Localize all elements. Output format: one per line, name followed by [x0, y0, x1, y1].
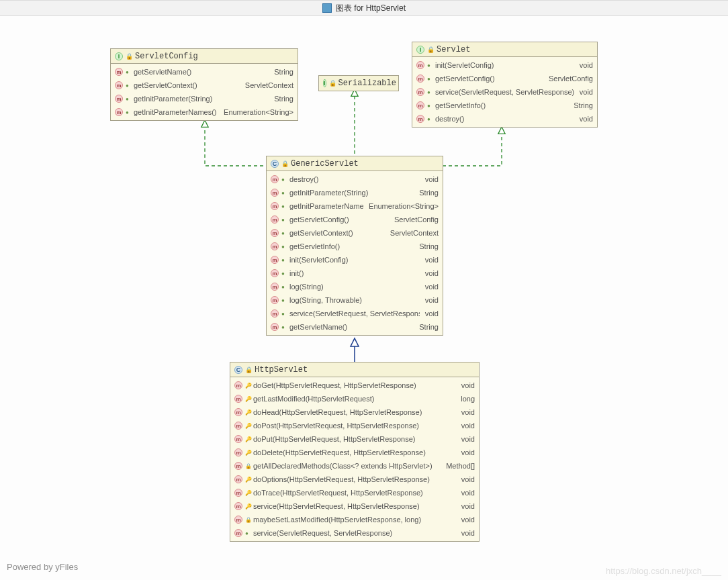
method-row[interactable]: m●getServletConfig()ServletConfig — [267, 213, 443, 226]
method-signature: getServletName() — [134, 68, 269, 76]
method-row[interactable]: m🔑doPost(HttpServletRequest, HttpServlet… — [230, 419, 479, 432]
return-type: void — [459, 435, 475, 443]
method-row[interactable]: m●log(String)void — [267, 280, 443, 293]
key-icon: 🔑 — [245, 477, 251, 483]
method-row[interactable]: m●service(ServletRequest, ServletRespons… — [230, 526, 479, 540]
unlock-icon: ● — [281, 284, 287, 290]
key-icon: 🔑 — [245, 503, 251, 510]
unlock-icon: ● — [281, 203, 287, 209]
method-icon: m — [271, 283, 279, 291]
unlock-icon: ● — [427, 62, 433, 68]
method-icon: m — [115, 108, 123, 116]
lock-icon: 🔒 — [427, 46, 434, 53]
diagram-icon — [322, 3, 332, 13]
class-name: Servlet — [437, 45, 470, 54]
interface-icon: I — [115, 52, 123, 60]
method-row[interactable]: m●getServletInfo()String — [412, 99, 597, 112]
return-type: String — [271, 95, 293, 103]
unlock-icon: ● — [126, 109, 131, 115]
method-row[interactable]: m🔑doDelete(HttpServletRequest, HttpServl… — [230, 446, 479, 459]
method-row[interactable]: m🔑getLastModified(HttpServletRequest)lon… — [230, 392, 479, 405]
method-signature: doGet(HttpServletRequest, HttpServletRes… — [253, 381, 456, 389]
method-row[interactable]: m●getInitParameterNames()Enumeration<Str… — [111, 105, 298, 119]
method-row[interactable]: m●getServletContext()ServletContext — [111, 79, 298, 92]
method-row[interactable]: m●log(String, Throwable)void — [267, 293, 443, 307]
lock-icon: 🔒 — [281, 160, 288, 167]
box-header: C 🔒 GenericServlet — [267, 156, 443, 171]
method-row[interactable]: m●destroy()void — [267, 173, 443, 186]
lock-icon: 🔒 — [245, 367, 252, 373]
return-type: void — [422, 283, 439, 291]
return-type: void — [422, 256, 439, 264]
method-signature: doPut(HttpServletRequest, HttpServletRes… — [253, 435, 456, 443]
unlock-icon: ● — [281, 190, 287, 196]
method-row[interactable]: m🔑doTrace(HttpServletRequest, HttpServle… — [230, 486, 479, 499]
method-row[interactable]: m●getServletName()String — [111, 65, 298, 79]
return-type: String — [571, 101, 593, 109]
return-type: void — [459, 502, 475, 510]
method-icon: m — [271, 202, 279, 210]
method-row[interactable]: m🔑doPut(HttpServletRequest, HttpServletR… — [230, 432, 479, 446]
method-row[interactable]: m🔑doHead(HttpServletRequest, HttpServlet… — [230, 405, 479, 419]
box-header: C 🔒 HttpServlet — [230, 362, 479, 377]
method-icon: m — [234, 381, 242, 389]
method-icon: m — [271, 215, 279, 224]
method-icon: m — [234, 395, 242, 403]
return-type: void — [459, 489, 475, 497]
method-icon: m — [234, 489, 242, 497]
method-icon: m — [416, 88, 424, 96]
box-servletconfig[interactable]: I 🔒 ServletConfig m●getServletName()Stri… — [110, 48, 298, 121]
method-signature: doPost(HttpServletRequest, HttpServletRe… — [253, 422, 456, 430]
method-icon: m — [271, 296, 279, 304]
method-icon: m — [234, 529, 242, 537]
box-body: m●getServletName()Stringm●getServletCont… — [111, 64, 298, 120]
key-icon: 🔑 — [245, 436, 251, 442]
method-icon: m — [234, 422, 242, 430]
method-row[interactable]: m●init(ServletConfig)void — [412, 58, 597, 72]
method-row[interactable]: m●getServletName()String — [267, 320, 443, 334]
method-signature: maybeSetLastModified(HttpServletResponse… — [253, 516, 456, 524]
method-signature: getInitParameterNames() — [134, 108, 218, 116]
key-icon: 🔑 — [245, 409, 251, 416]
method-row[interactable]: m🔒maybeSetLastModified(HttpServletRespon… — [230, 513, 479, 526]
method-row[interactable]: m●getServletContext()ServletContext — [267, 226, 443, 240]
method-signature: service(ServletRequest, ServletResponse) — [289, 309, 420, 318]
method-row[interactable]: m●getInitParameterNames()Enumeration<Str… — [267, 199, 443, 213]
method-row[interactable]: m●destroy()void — [412, 112, 597, 126]
method-signature: service(ServletRequest, ServletResponse) — [253, 529, 456, 537]
class-name: Serializable — [338, 79, 396, 88]
box-httpservlet[interactable]: C 🔒 HttpServlet m🔑doGet(HttpServletReque… — [230, 362, 480, 542]
method-row[interactable]: m🔒getAllDeclaredMethods(Class<? extends … — [230, 459, 479, 473]
method-row[interactable]: m🔑doGet(HttpServletRequest, HttpServletR… — [230, 379, 479, 392]
method-row[interactable]: m●init()void — [267, 267, 443, 280]
method-signature: init(ServletConfig) — [435, 61, 574, 69]
box-body: m●init(ServletConfig)voidm●getServletCon… — [412, 57, 597, 127]
box-serializable[interactable]: I 🔒 Serializable — [318, 75, 399, 91]
unlock-icon: ● — [245, 530, 251, 536]
method-row[interactable]: m●getServletConfig()ServletConfig — [412, 72, 597, 85]
box-genericservlet[interactable]: C 🔒 GenericServlet m●destroy()voidm●getI… — [266, 156, 443, 336]
method-signature: getInitParameterNames() — [289, 202, 363, 210]
unlock-icon: ● — [126, 83, 131, 89]
method-row[interactable]: m🔑service(HttpServletRequest, HttpServle… — [230, 499, 479, 513]
return-type: Enumeration<String> — [366, 202, 439, 210]
method-row[interactable]: m●service(ServletRequest, ServletRespons… — [412, 85, 597, 99]
method-row[interactable]: m●init(ServletConfig)void — [267, 253, 443, 267]
interface-icon: I — [416, 46, 424, 54]
method-signature: getAllDeclaredMethods(Class<? extends Ht… — [253, 462, 441, 470]
unlock-icon: ● — [281, 324, 287, 330]
box-servlet[interactable]: I 🔒 Servlet m●init(ServletConfig)voidm●g… — [412, 42, 598, 128]
unlock-icon: ● — [281, 297, 287, 303]
class-icon: C — [234, 366, 242, 374]
method-row[interactable]: m●getInitParameter(String)String — [267, 186, 443, 199]
return-type: void — [459, 516, 475, 524]
method-row[interactable]: m●service(ServletRequest, ServletRespons… — [267, 307, 443, 320]
return-type: void — [459, 529, 475, 537]
box-body: m●destroy()voidm●getInitParameter(String… — [267, 171, 443, 335]
method-row[interactable]: m●getInitParameter(String)String — [111, 92, 298, 105]
method-row[interactable]: m●getServletInfo()String — [267, 240, 443, 253]
method-row[interactable]: m🔑doOptions(HttpServletRequest, HttpServ… — [230, 473, 479, 486]
unlock-icon: ● — [427, 89, 433, 95]
lock-icon: 🔒 — [329, 80, 336, 87]
unlock-icon: ● — [126, 96, 131, 102]
